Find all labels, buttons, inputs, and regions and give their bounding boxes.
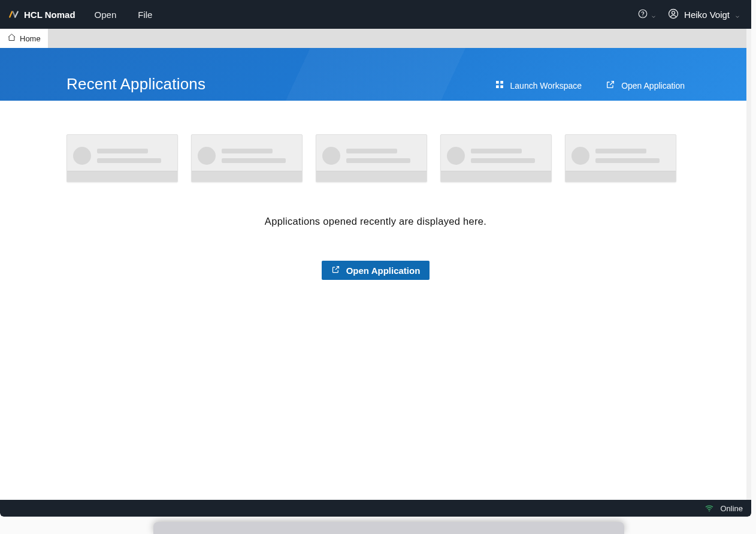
user-menu[interactable]: Heiko Voigt [667,8,740,22]
open-application-link[interactable]: Open Application [606,80,685,91]
main-menu: Open File [84,10,164,20]
home-icon [7,33,16,44]
tab-strip: Home [0,29,751,48]
placeholder-cards [66,134,685,182]
placeholder-card [316,134,427,182]
external-link-icon [606,80,615,91]
svg-rect-6 [496,85,499,88]
connection-status: Online [720,504,743,513]
content: Applications opened recently are display… [66,101,685,280]
menu-open[interactable]: Open [84,10,128,20]
placeholder-card [440,134,552,182]
placeholder-card [191,134,303,182]
top-bar: HCL Nomad Open File Heiko Voigt [0,0,751,29]
workspace-grid-icon [495,80,504,91]
placeholder-avatar-icon [73,147,91,165]
app-window: HCL Nomad Open File Heiko Voigt [0,0,751,517]
placeholder-avatar-icon [198,147,216,165]
menu-file[interactable]: File [127,10,163,20]
svg-rect-4 [496,81,499,84]
help-button[interactable] [637,8,657,21]
brand-name: HCL Nomad [24,10,75,20]
svg-rect-7 [500,85,503,88]
brand: HCL Nomad [0,9,84,20]
external-link-icon [331,265,340,276]
open-application-label: Open Application [621,81,685,90]
svg-rect-5 [500,81,503,84]
placeholder-avatar-icon [322,147,340,165]
chevron-down-icon [651,11,657,17]
user-avatar-icon [667,8,679,22]
launch-workspace-button[interactable]: Launch Workspace [495,80,582,91]
empty-state-text: Applications opened recently are display… [66,216,685,227]
tab-home-label: Home [20,34,41,43]
svg-point-2 [669,9,678,18]
banner: Recent Applications Launch Workspace Ope… [0,48,751,101]
svg-point-1 [642,16,643,16]
open-application-button-label: Open Application [346,266,421,276]
placeholder-avatar-icon [571,147,589,165]
help-icon [637,8,648,21]
svg-point-3 [672,11,675,14]
svg-point-8 [709,511,710,512]
page-title: Recent Applications [66,75,495,93]
tab-home[interactable]: Home [0,29,48,48]
chevron-down-icon [734,11,740,17]
top-bar-right: Heiko Voigt [637,8,751,22]
launch-workspace-label: Launch Workspace [510,81,582,90]
vertical-scrollbar[interactable] [746,29,751,517]
user-name: Heiko Voigt [684,10,730,20]
placeholder-avatar-icon [447,147,465,165]
open-application-button[interactable]: Open Application [322,261,430,280]
wifi-icon [704,503,714,513]
brand-logo-icon [8,9,19,20]
placeholder-card [565,134,676,182]
status-bar: Online [0,500,751,517]
banner-actions: Launch Workspace Open Application [495,80,685,93]
placeholder-card [66,134,178,182]
dock-peek [153,522,624,534]
